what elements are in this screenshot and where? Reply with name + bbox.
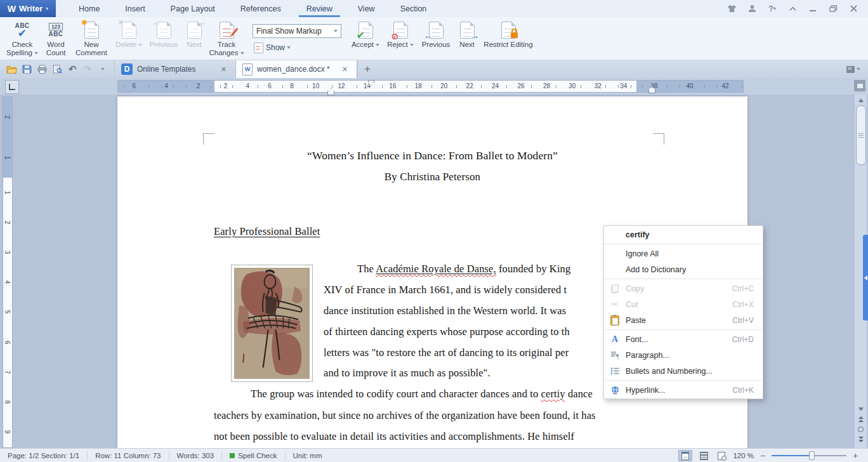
display-for-review-select[interactable]: Final Show Markup bbox=[253, 24, 341, 38]
menu-item-ignore-all[interactable]: Ignore All bbox=[604, 246, 763, 261]
statusbar-right-controls: 120 % − + bbox=[678, 450, 868, 461]
close-tab-icon[interactable]: ✕ bbox=[339, 64, 350, 75]
menu-bar: Home Insert Page Layout References Revie… bbox=[66, 0, 439, 17]
scroll-down-button[interactable] bbox=[855, 405, 867, 413]
horizontal-ruler[interactable]: 642 246810121416182022242628303234 38404… bbox=[117, 80, 744, 93]
menu-item-bullets-numbering[interactable]: Bullets and Numbering... bbox=[604, 363, 763, 379]
new-tab-button[interactable]: + bbox=[357, 60, 377, 78]
spellcheck-indicator[interactable]: Spell Check bbox=[222, 451, 285, 460]
accept-change-button[interactable]: ✔ Accept bbox=[348, 17, 383, 60]
close-button[interactable] bbox=[845, 3, 862, 15]
fullscreen-view-button[interactable] bbox=[715, 451, 728, 461]
restrict-editing-button[interactable]: Restrict Editing bbox=[480, 17, 537, 60]
zoom-out-button[interactable]: − bbox=[759, 451, 766, 461]
new-comment-button[interactable]: ✹ New Comment bbox=[71, 17, 112, 60]
cut-icon: ✂ bbox=[612, 300, 619, 309]
document-heading[interactable]: Early Professional Ballet bbox=[214, 225, 320, 238]
scroll-up-button[interactable] bbox=[855, 96, 867, 104]
unit-indicator[interactable]: Unit: mm bbox=[286, 451, 330, 460]
display-for-review-value: Final Show Markup bbox=[253, 27, 331, 36]
misspelled-word[interactable]: certiy bbox=[541, 388, 565, 400]
skin-theme-icon[interactable] bbox=[723, 3, 740, 15]
menu-page-layout[interactable]: Page Layout bbox=[158, 0, 228, 17]
ruler-number: 5 bbox=[4, 310, 11, 314]
close-tab-icon[interactable]: ✕ bbox=[218, 64, 229, 75]
app-menu-button[interactable]: W Writer ▾ bbox=[0, 0, 56, 17]
ruler-number: 32 bbox=[593, 81, 603, 92]
menu-item-certify[interactable]: certify bbox=[604, 227, 763, 242]
sidebar-pull-tab[interactable] bbox=[863, 235, 868, 320]
zoom-slider-handle[interactable] bbox=[809, 451, 815, 460]
paragraph2-line3[interactable]: not been possible to evaluate in detail … bbox=[214, 430, 574, 443]
paragraph1-line2[interactable]: XIV of France in March 1661, and is wide… bbox=[324, 284, 567, 296]
lock-icon bbox=[511, 32, 518, 38]
document-workspace: 21 123456789 “Women’s Influence in Dance… bbox=[0, 95, 868, 448]
menu-item-paste[interactable]: Paste Ctrl+V bbox=[604, 312, 763, 328]
menu-insert[interactable]: Insert bbox=[112, 0, 157, 17]
svg-text:¶: ¶ bbox=[616, 353, 619, 359]
menu-view[interactable]: View bbox=[345, 0, 388, 17]
arrange-tabs-button[interactable] bbox=[846, 60, 868, 78]
account-icon[interactable] bbox=[744, 3, 760, 15]
restore-button[interactable] bbox=[825, 3, 841, 15]
show-markup-button[interactable]: Show bbox=[253, 43, 341, 53]
collapse-ribbon-icon[interactable] bbox=[784, 3, 801, 15]
paragraph1-line4[interactable]: of thirteen dancing experts whose purpos… bbox=[324, 326, 570, 338]
help-button[interactable]: ?▾ bbox=[764, 3, 780, 15]
menu-item-font[interactable]: A Font... Ctrl+D bbox=[604, 331, 763, 347]
previous-page-button[interactable] bbox=[855, 415, 867, 423]
titlebar: W Writer ▾ Home Insert Page Layout Refer… bbox=[0, 0, 868, 17]
page-indicator[interactable]: Page: 1/2 Section: 1/1 bbox=[0, 451, 88, 460]
zoom-in-button[interactable]: + bbox=[852, 451, 859, 461]
document-title[interactable]: “Women’s Influence in Dance: From Ballet… bbox=[117, 149, 747, 162]
outline-view-button[interactable] bbox=[697, 451, 710, 461]
minimize-button[interactable] bbox=[805, 3, 821, 15]
track-changes-button[interactable]: Track Changes bbox=[207, 17, 246, 60]
paragraph1-line6[interactable]: and to improve it as much as possible". bbox=[324, 367, 490, 380]
save-icon[interactable] bbox=[20, 63, 33, 76]
zoom-slider[interactable] bbox=[772, 451, 846, 460]
spellcheck-context-menu: certify Ignore All Add to Dictionary Cop… bbox=[603, 225, 763, 399]
ruler-toggle-icon[interactable] bbox=[854, 80, 865, 91]
word-count-button[interactable]: 123ABC Word Count bbox=[41, 17, 71, 60]
markup-controls: Final Show Markup Show bbox=[253, 17, 341, 60]
menu-section[interactable]: Section bbox=[388, 0, 440, 17]
page-view-button[interactable] bbox=[678, 450, 692, 461]
paragraph2-line1[interactable]: The group was intended to codify court a… bbox=[251, 388, 593, 400]
ruler-number: 30 bbox=[567, 81, 577, 92]
print-icon[interactable] bbox=[36, 63, 48, 76]
next-page-button[interactable] bbox=[855, 435, 867, 444]
menu-item-add-to-dictionary[interactable]: Add to Dictionary bbox=[604, 261, 763, 277]
menu-home[interactable]: Home bbox=[66, 0, 112, 17]
paragraph1-line5[interactable]: letters was "to restore the art of danci… bbox=[324, 346, 569, 359]
ruler-text-area: 246810121416182022242628303234 bbox=[214, 81, 636, 92]
menu-item-hyperlink[interactable]: Hyperlink... Ctrl+K bbox=[604, 382, 763, 398]
word-document-icon: W bbox=[242, 63, 253, 76]
menu-separator bbox=[605, 244, 762, 244]
open-file-icon[interactable] bbox=[5, 63, 18, 76]
print-preview-icon[interactable] bbox=[51, 63, 63, 76]
undo-icon[interactable]: ↶ bbox=[66, 63, 79, 76]
tab-online-templates[interactable]: D Online Templates ✕ bbox=[114, 60, 235, 78]
scrollbar-thumb[interactable] bbox=[856, 105, 866, 165]
next-change-button[interactable]: → Next bbox=[454, 17, 480, 60]
menu-review[interactable]: Review bbox=[294, 0, 345, 17]
paragraph1-line3[interactable]: dance institution established in the Wes… bbox=[324, 305, 566, 317]
previous-change-button[interactable]: ← Previous bbox=[418, 17, 454, 60]
menu-item-paragraph[interactable]: ¶ Paragraph... bbox=[604, 347, 763, 363]
check-spelling-button[interactable]: ABC✔ Check Spelling bbox=[4, 17, 41, 60]
document-byline[interactable]: By Christina Peterson bbox=[117, 171, 747, 183]
ballerina-sketch-image[interactable] bbox=[231, 265, 313, 382]
tab-women-dance-docx[interactable]: W women_dance.docx * ✕ bbox=[235, 60, 357, 78]
reject-change-button[interactable]: ⊘ Reject bbox=[383, 17, 418, 60]
vertical-ruler[interactable]: 21 123456789 bbox=[3, 96, 13, 448]
tab-stop-selector[interactable] bbox=[5, 80, 19, 94]
dropdown-caret bbox=[410, 44, 414, 46]
menu-references[interactable]: References bbox=[228, 0, 294, 17]
paragraph1-line1[interactable]: The Académie Royale de Danse, founded by… bbox=[357, 263, 570, 275]
select-browse-object-button[interactable] bbox=[855, 425, 867, 433]
paragraph2-line2[interactable]: teachers by examination, but since no ar… bbox=[214, 409, 596, 422]
word-count-indicator[interactable]: Words: 303 bbox=[169, 451, 223, 460]
cursor-position-indicator[interactable]: Row: 11 Column: 73 bbox=[88, 451, 169, 460]
undo-dropdown-caret[interactable] bbox=[96, 63, 109, 76]
